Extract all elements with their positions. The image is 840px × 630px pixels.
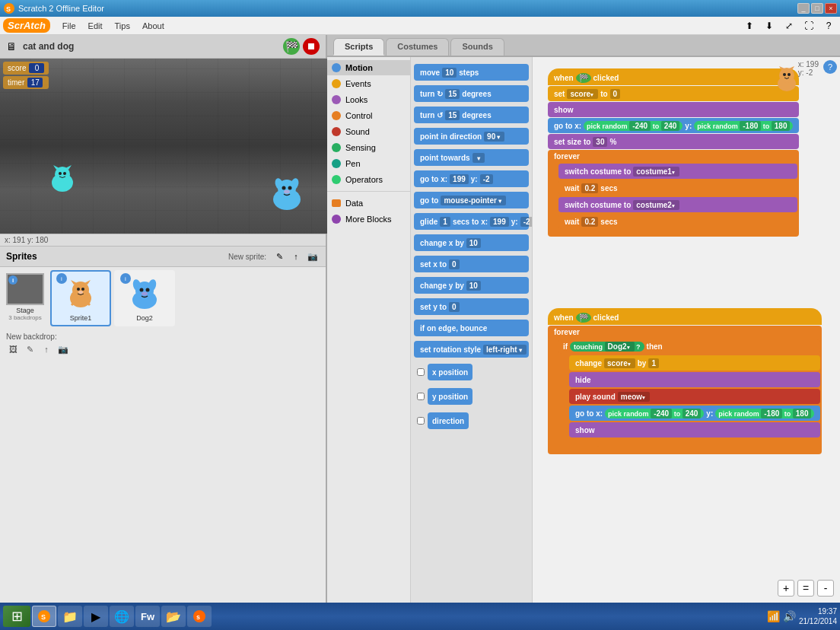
category-control[interactable]: Control (327, 108, 410, 123)
taskbar-fw[interactable]: Fw (135, 606, 160, 627)
set-y-block[interactable]: set y to 0 (414, 298, 529, 315)
backdrop-image-btn[interactable]: 🖼 (6, 342, 20, 356)
share-icon[interactable]: ⬆ (741, 18, 758, 34)
maximize-button[interactable]: □ (811, 3, 823, 14)
x-position-check[interactable] (417, 368, 425, 376)
taskbar-files[interactable]: 📂 (161, 606, 186, 627)
taskbar-media[interactable]: ▶ (84, 606, 108, 627)
change-score-dropdown[interactable]: score (604, 358, 635, 368)
set-size-block[interactable]: set size to 30 % (548, 134, 799, 149)
direction-check[interactable] (417, 417, 425, 425)
category-operators[interactable]: Operators (327, 172, 410, 187)
rotation-dropdown[interactable]: left-right (483, 345, 527, 355)
wait1-block[interactable]: wait 0.2 secs (558, 180, 797, 196)
rotation-style-block[interactable]: set rotation style left-right (414, 341, 529, 358)
goto-xy-block[interactable]: go to x: 199 y: -2 (414, 170, 529, 187)
goto-random-block-1[interactable]: go to x: pick random -240 to 240 y: pick… (548, 118, 799, 133)
x-position-reporter[interactable]: x position (428, 364, 473, 380)
stage-info-btn[interactable]: i (8, 275, 18, 285)
show-block-2[interactable]: show (569, 422, 820, 438)
turn-ccw-block[interactable]: turn ↺ 15 degrees (414, 107, 529, 123)
close-button[interactable]: × (825, 3, 837, 14)
forever-block-1[interactable]: forever switch costume to costume1 wait … (548, 150, 799, 237)
stage-thumbnail[interactable]: i Stage 3 backdrops (3, 270, 47, 326)
y-position-check[interactable] (417, 393, 425, 400)
camera-sprite-button[interactable]: 📷 (306, 250, 320, 263)
menu-about[interactable]: About (136, 20, 170, 32)
sprite1-thumbnail[interactable]: i (50, 270, 111, 326)
category-motion[interactable]: Motion (327, 60, 410, 75)
move-block[interactable]: move 10 steps (414, 64, 529, 81)
taskbar-volume-icon[interactable]: 🔊 (783, 610, 796, 622)
taskbar-scratch[interactable]: S (32, 606, 56, 627)
tab-sounds[interactable]: Sounds (450, 38, 504, 56)
goto-dropdown[interactable]: mouse-pointer (441, 196, 505, 205)
help-icon[interactable]: ? (820, 18, 837, 34)
category-sensing[interactable]: Sensing (327, 140, 410, 155)
backdrop-upload-btn[interactable]: ↑ (40, 342, 53, 356)
green-flag-button[interactable]: 🏁 (283, 38, 300, 55)
if-block[interactable]: if touching Dog2 ? then (558, 339, 820, 354)
set-score-dropdown[interactable]: score (567, 89, 598, 99)
switch-costume2-block[interactable]: switch costume to costume2 (558, 197, 797, 212)
point-towards-block[interactable]: point towards (414, 149, 529, 166)
category-pen[interactable]: Pen (327, 156, 410, 171)
taskbar-browser[interactable]: 🌐 (110, 606, 134, 627)
help-button[interactable]: ? (823, 60, 837, 74)
goto-block[interactable]: go to mouse-pointer (414, 192, 529, 208)
costume1-dropdown[interactable]: costume1 (633, 167, 679, 177)
category-looks[interactable]: Looks (327, 92, 410, 107)
zoom-reset-button[interactable]: = (797, 580, 814, 597)
sound-dropdown[interactable]: meow (618, 392, 650, 402)
dog2-info-btn[interactable]: i (120, 273, 131, 284)
expand-icon[interactable]: ⤢ (781, 18, 797, 34)
menu-tips[interactable]: Tips (109, 20, 136, 32)
zoom-out-button[interactable]: - (817, 580, 834, 597)
change-x-block[interactable]: change x by 10 (414, 234, 529, 251)
turn-cw-block[interactable]: turn ↻ 15 degrees (414, 85, 529, 102)
play-sound-block[interactable]: play sound meow (569, 389, 820, 404)
touching-dropdown[interactable]: Dog2 (605, 342, 635, 352)
towards-dropdown[interactable] (473, 153, 485, 163)
taskbar-scratch2[interactable]: s (187, 606, 212, 627)
tab-costumes[interactable]: Costumes (386, 38, 449, 56)
bounce-block[interactable]: if on edge, bounce (414, 320, 529, 336)
menu-file[interactable]: File (56, 20, 82, 32)
backdrop-draw-btn[interactable]: ✎ (23, 342, 37, 356)
direction-reporter[interactable]: direction (428, 412, 469, 429)
zoom-in-button[interactable]: + (778, 580, 794, 597)
change-score-block[interactable]: change score by 1 (569, 355, 820, 371)
switch-costume1-block[interactable]: switch costume to costume1 (558, 164, 797, 179)
start-button[interactable]: ⊞ (3, 606, 30, 627)
category-more-blocks[interactable]: More Blocks (327, 212, 410, 227)
taskbar-folder[interactable]: 📁 (58, 606, 82, 627)
show-block-1[interactable]: show (548, 102, 799, 117)
y-position-reporter[interactable]: y position (428, 388, 473, 405)
backdrop-camera-btn[interactable]: 📷 (56, 342, 70, 356)
category-data[interactable]: Data (327, 196, 410, 211)
sprite1-info-btn[interactable]: i (56, 273, 67, 284)
upload-sprite-button[interactable]: ↑ (289, 250, 303, 263)
category-sound[interactable]: Sound (327, 124, 410, 139)
dog2-thumbnail[interactable]: i Dog2 (114, 270, 175, 326)
tab-scripts[interactable]: Scripts (333, 38, 384, 56)
fullscreen-icon[interactable]: ⛶ (800, 18, 817, 34)
change-y-block[interactable]: change y by 10 (414, 277, 529, 294)
minimize-button[interactable]: _ (797, 3, 810, 14)
when-clicked-hat-1[interactable]: when 🏁 clicked (548, 68, 799, 85)
goto-random-block-2[interactable]: go to x: pick random -240 to 240 y: pick… (569, 406, 820, 421)
category-events[interactable]: Events (327, 76, 410, 91)
wait2-block[interactable]: wait 0.2 secs (558, 214, 797, 229)
when-clicked-hat-2[interactable]: when 🏁 clicked (548, 308, 822, 325)
set-x-block[interactable]: set x to 0 (414, 256, 529, 272)
draw-sprite-button[interactable]: ✎ (272, 250, 286, 263)
costume2-dropdown[interactable]: costume2 (633, 200, 679, 210)
menu-edit[interactable]: Edit (82, 20, 109, 32)
glide-block[interactable]: glide 1 secs to x: 199 y: -2 (414, 213, 529, 230)
stop-button[interactable] (303, 38, 320, 55)
direction-dropdown[interactable]: 90 (484, 132, 504, 142)
forever-block-2[interactable]: forever if touching Dog2 ? then change s… (548, 326, 822, 454)
point-direction-block[interactable]: point in direction 90 (414, 128, 529, 145)
upload-icon[interactable]: ⬇ (761, 18, 778, 34)
hide-block[interactable]: hide (569, 372, 820, 387)
